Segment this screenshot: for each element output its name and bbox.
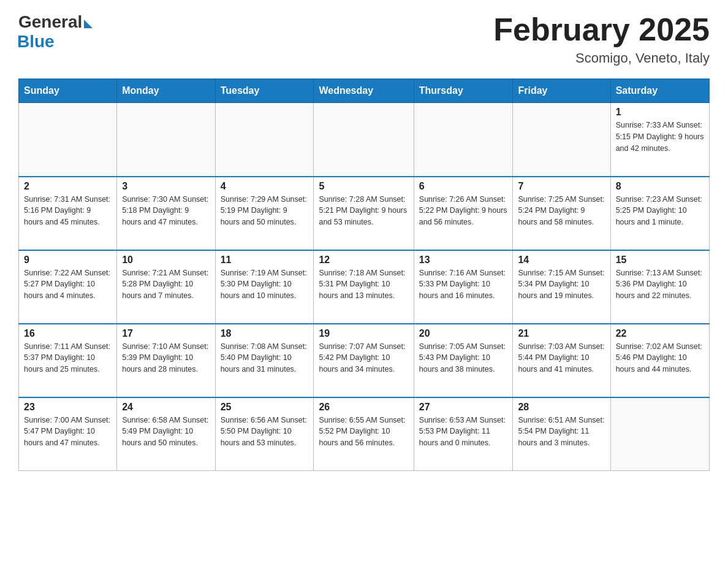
calendar-cell: 27Sunrise: 6:53 AM Sunset: 5:53 PM Dayli… (414, 397, 513, 471)
day-number: 6 (419, 181, 508, 192)
calendar-cell: 11Sunrise: 7:19 AM Sunset: 5:30 PM Dayli… (215, 250, 314, 324)
logo: General Blue (18, 12, 93, 52)
logo-general-text: General (18, 12, 82, 32)
calendar-cell: 17Sunrise: 7:10 AM Sunset: 5:39 PM Dayli… (117, 324, 215, 397)
day-number: 15 (616, 255, 704, 266)
day-number: 19 (319, 328, 408, 339)
calendar-cell (610, 397, 709, 471)
day-info: Sunrise: 7:03 AM Sunset: 5:44 PM Dayligh… (518, 341, 605, 375)
calendar-cell: 28Sunrise: 6:51 AM Sunset: 5:54 PM Dayli… (513, 397, 610, 471)
calendar-cell: 18Sunrise: 7:08 AM Sunset: 5:40 PM Dayli… (215, 324, 314, 397)
calendar-cell: 3Sunrise: 7:30 AM Sunset: 5:18 PM Daylig… (117, 177, 215, 250)
day-number: 5 (319, 181, 408, 192)
logo-text: General (18, 12, 93, 32)
day-info: Sunrise: 6:51 AM Sunset: 5:54 PM Dayligh… (518, 415, 605, 449)
week-row: 1Sunrise: 7:33 AM Sunset: 5:15 PM Daylig… (19, 103, 710, 177)
day-number: 2 (24, 181, 112, 192)
calendar-cell: 26Sunrise: 6:55 AM Sunset: 5:52 PM Dayli… (314, 397, 414, 471)
calendar-cell: 25Sunrise: 6:56 AM Sunset: 5:50 PM Dayli… (215, 397, 314, 471)
calendar-cell: 23Sunrise: 7:00 AM Sunset: 5:47 PM Dayli… (19, 397, 117, 471)
day-number: 8 (616, 181, 704, 192)
day-number: 7 (518, 181, 605, 192)
day-number: 21 (518, 328, 605, 339)
day-number: 12 (319, 255, 408, 266)
day-number: 17 (122, 328, 210, 339)
day-of-week-header: Sunday (19, 79, 117, 103)
day-info: Sunrise: 7:22 AM Sunset: 5:27 PM Dayligh… (24, 267, 112, 302)
day-info: Sunrise: 7:28 AM Sunset: 5:21 PM Dayligh… (319, 194, 408, 228)
calendar-cell: 14Sunrise: 7:15 AM Sunset: 5:34 PM Dayli… (513, 250, 610, 324)
day-info: Sunrise: 6:55 AM Sunset: 5:52 PM Dayligh… (319, 415, 408, 449)
calendar-cell: 22Sunrise: 7:02 AM Sunset: 5:46 PM Dayli… (610, 324, 709, 397)
page-header: General Blue February 2025 Scomigo, Vene… (18, 12, 710, 66)
day-of-week-header: Friday (513, 79, 610, 103)
calendar-cell: 4Sunrise: 7:29 AM Sunset: 5:19 PM Daylig… (215, 177, 314, 250)
calendar-body: 1Sunrise: 7:33 AM Sunset: 5:15 PM Daylig… (19, 103, 710, 471)
day-info: Sunrise: 6:58 AM Sunset: 5:49 PM Dayligh… (122, 415, 210, 449)
calendar-cell (215, 103, 314, 177)
calendar-header: SundayMondayTuesdayWednesdayThursdayFrid… (19, 79, 710, 103)
week-row: 2Sunrise: 7:31 AM Sunset: 5:16 PM Daylig… (19, 177, 710, 250)
day-info: Sunrise: 7:11 AM Sunset: 5:37 PM Dayligh… (24, 341, 112, 375)
week-row: 23Sunrise: 7:00 AM Sunset: 5:47 PM Dayli… (19, 397, 710, 471)
calendar-cell: 21Sunrise: 7:03 AM Sunset: 5:44 PM Dayli… (513, 324, 610, 397)
day-number: 18 (221, 328, 309, 339)
location-label: Scomigo, Veneto, Italy (493, 50, 710, 66)
week-row: 16Sunrise: 7:11 AM Sunset: 5:37 PM Dayli… (19, 324, 710, 397)
day-info: Sunrise: 7:02 AM Sunset: 5:46 PM Dayligh… (616, 341, 704, 375)
calendar-cell: 10Sunrise: 7:21 AM Sunset: 5:28 PM Dayli… (117, 250, 215, 324)
day-number: 26 (319, 402, 408, 413)
day-info: Sunrise: 6:56 AM Sunset: 5:50 PM Dayligh… (221, 415, 309, 449)
day-number: 28 (518, 402, 605, 413)
day-info: Sunrise: 7:00 AM Sunset: 5:47 PM Dayligh… (24, 415, 112, 449)
calendar-cell: 15Sunrise: 7:13 AM Sunset: 5:36 PM Dayli… (610, 250, 709, 324)
calendar-table: SundayMondayTuesdayWednesdayThursdayFrid… (18, 79, 710, 471)
day-number: 4 (221, 181, 309, 192)
day-info: Sunrise: 7:19 AM Sunset: 5:30 PM Dayligh… (221, 267, 309, 302)
day-of-week-header: Tuesday (215, 79, 314, 103)
day-info: Sunrise: 7:33 AM Sunset: 5:15 PM Dayligh… (616, 120, 704, 154)
day-info: Sunrise: 7:21 AM Sunset: 5:28 PM Dayligh… (122, 267, 210, 302)
day-number: 24 (122, 402, 210, 413)
calendar-cell: 2Sunrise: 7:31 AM Sunset: 5:16 PM Daylig… (19, 177, 117, 250)
header-row: SundayMondayTuesdayWednesdayThursdayFrid… (19, 79, 710, 103)
day-number: 22 (616, 328, 704, 339)
logo-arrow-icon (84, 20, 93, 28)
logo-blue-text: Blue (17, 32, 55, 52)
day-info: Sunrise: 7:15 AM Sunset: 5:34 PM Dayligh… (518, 267, 605, 302)
day-number: 25 (221, 402, 309, 413)
calendar-cell: 12Sunrise: 7:18 AM Sunset: 5:31 PM Dayli… (314, 250, 414, 324)
month-title: February 2025 (493, 12, 710, 47)
day-info: Sunrise: 7:29 AM Sunset: 5:19 PM Dayligh… (221, 194, 309, 228)
day-number: 10 (122, 255, 210, 266)
calendar-cell: 20Sunrise: 7:05 AM Sunset: 5:43 PM Dayli… (414, 324, 513, 397)
calendar-cell: 16Sunrise: 7:11 AM Sunset: 5:37 PM Dayli… (19, 324, 117, 397)
title-block: February 2025 Scomigo, Veneto, Italy (493, 12, 710, 66)
day-of-week-header: Monday (117, 79, 215, 103)
day-number: 11 (221, 255, 309, 266)
calendar-cell: 8Sunrise: 7:23 AM Sunset: 5:25 PM Daylig… (610, 177, 709, 250)
day-number: 3 (122, 181, 210, 192)
day-of-week-header: Saturday (610, 79, 709, 103)
day-info: Sunrise: 7:16 AM Sunset: 5:33 PM Dayligh… (419, 267, 508, 302)
day-number: 20 (419, 328, 508, 339)
calendar-cell (314, 103, 414, 177)
calendar-cell: 9Sunrise: 7:22 AM Sunset: 5:27 PM Daylig… (19, 250, 117, 324)
day-number: 13 (419, 255, 508, 266)
calendar-cell: 1Sunrise: 7:33 AM Sunset: 5:15 PM Daylig… (610, 103, 709, 177)
day-info: Sunrise: 7:30 AM Sunset: 5:18 PM Dayligh… (122, 194, 210, 228)
day-info: Sunrise: 6:53 AM Sunset: 5:53 PM Dayligh… (419, 415, 508, 449)
day-info: Sunrise: 7:08 AM Sunset: 5:40 PM Dayligh… (221, 341, 309, 375)
day-number: 27 (419, 402, 508, 413)
calendar-cell: 19Sunrise: 7:07 AM Sunset: 5:42 PM Dayli… (314, 324, 414, 397)
day-info: Sunrise: 7:26 AM Sunset: 5:22 PM Dayligh… (419, 194, 508, 228)
day-info: Sunrise: 7:23 AM Sunset: 5:25 PM Dayligh… (616, 194, 704, 228)
day-info: Sunrise: 7:25 AM Sunset: 5:24 PM Dayligh… (518, 194, 605, 228)
calendar-cell: 6Sunrise: 7:26 AM Sunset: 5:22 PM Daylig… (414, 177, 513, 250)
day-number: 9 (24, 255, 112, 266)
day-info: Sunrise: 7:31 AM Sunset: 5:16 PM Dayligh… (24, 194, 112, 228)
calendar-cell (19, 103, 117, 177)
day-number: 14 (518, 255, 605, 266)
day-info: Sunrise: 7:13 AM Sunset: 5:36 PM Dayligh… (616, 267, 704, 302)
day-number: 1 (616, 107, 704, 118)
